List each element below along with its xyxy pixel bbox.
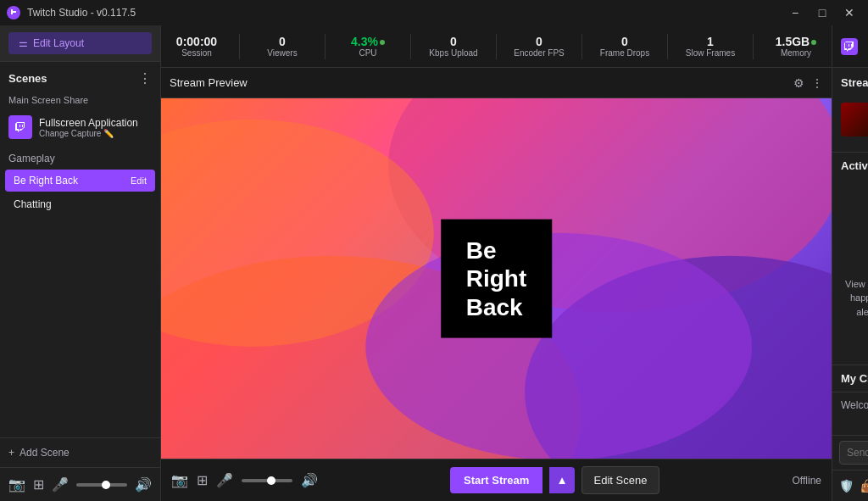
activity-section: Activity Feed Skip Alert ⋮ 📣 Activity & … (832, 153, 868, 365)
stat-slowframes: 1 Slow Frames (685, 35, 736, 58)
scene-item-fullscreen[interactable]: Fullscreen Application Change Capture ✏️ (0, 109, 160, 146)
stream-info-section: Stream Info Your Stream Hearthstone Ukra… (832, 68, 868, 153)
bottom-controls: 📷 ⊞ 🎤 🔊 Start Stream ▲ Edit Scene Offlin… (161, 459, 832, 501)
brb-line1: Be (466, 236, 527, 264)
preview-background: Be Right Back (161, 98, 832, 459)
stat-sep-1 (239, 34, 240, 59)
volume-icon[interactable]: 🔊 (135, 476, 152, 493)
bottom-left-controls: 📷 ⊞ 🎤 🔊 (171, 472, 318, 488)
stat-slowframes-value: 1 (707, 35, 714, 48)
volume-slider[interactable] (76, 483, 127, 487)
minimize-button[interactable]: − (783, 3, 807, 22)
gameplay-label-row: Gameplay (0, 146, 160, 168)
activity-feed-title: Activity Feed (841, 159, 868, 172)
window-controls: − □ ✕ (783, 3, 861, 22)
sidebar-header: ⚌ Edit Layout (0, 25, 160, 62)
bag-icon[interactable]: 👜 (860, 479, 868, 493)
gameplay-label: Gameplay (8, 153, 55, 164)
edit-scene-button[interactable]: Edit Scene (581, 466, 660, 494)
stat-cpu: 4.3% CPU (342, 35, 393, 58)
scenes-section: Scenes ⋮ Main Screen Share Fullscreen Ap… (0, 62, 160, 437)
stat-memory-value: 1.5GB (776, 35, 816, 48)
memory-dot (811, 40, 816, 45)
chat-header: My Chat ⋮ (832, 365, 868, 392)
offline-status: Offline (793, 475, 821, 487)
stream-thumbnail (841, 103, 868, 136)
start-stream-button[interactable]: Start Stream (450, 467, 542, 493)
stat-sep-2 (325, 34, 326, 59)
svg-rect-9 (849, 44, 849, 47)
cpu-dot (380, 40, 385, 45)
stat-session-value: 0:00:00 (176, 35, 217, 48)
stream-info-title: Stream Info (841, 76, 868, 89)
chat-message-input[interactable] (839, 441, 868, 465)
chat-action-icons: 🛡️ 👜 ⚙️ (839, 479, 868, 493)
be-right-back-scene[interactable]: Be Right Back Edit (5, 170, 155, 192)
stat-kbps-label: Kbps Upload (429, 48, 477, 58)
chat-section: My Chat ⋮ Welcome to the chat room! ◯ 🛡️… (832, 365, 868, 501)
app-title: Twitch Studio - v0.117.5 (27, 7, 136, 19)
stat-viewers: 0 Viewers (257, 35, 308, 58)
titlebar: Twitch Studio - v0.117.5 − □ ✕ (0, 0, 868, 25)
bottom-mic-icon[interactable]: 🎤 (216, 472, 233, 488)
bottom-grid-icon[interactable]: ⊞ (197, 472, 208, 488)
mic-icon[interactable]: 🎤 (52, 476, 69, 493)
bottom-camera-icon[interactable]: 📷 (171, 472, 188, 488)
layout-grid-icon[interactable]: ⊞ (33, 476, 44, 493)
stat-slowframes-label: Slow Frames (686, 48, 735, 58)
be-right-back-label: Be Right Back (14, 175, 78, 186)
preview-canvas: Be Right Back (161, 98, 832, 459)
stream-header: Stream Preview ⚙ ⋮ (161, 68, 832, 98)
maximize-button[interactable]: □ (810, 3, 834, 22)
chat-bottom: 🛡️ 👜 ⚙️ Chat (832, 470, 868, 501)
right-panel: ? Help 🔔 ⊞ Dashboard Stream Info Y (832, 25, 868, 501)
stat-session-label: Session (181, 48, 212, 58)
chat-input-area: ◯ (832, 435, 868, 470)
bottom-center-controls: Start Stream ▲ Edit Scene (450, 466, 659, 494)
add-scene-icon: + (8, 447, 14, 459)
camera-icon[interactable]: 📷 (8, 476, 25, 493)
stat-framedrops: 0 Frame Drops (599, 35, 650, 58)
brb-box: Be Right Back (441, 219, 553, 338)
edit-layout-label: Edit Layout (33, 37, 84, 49)
stream-settings-icon[interactable]: ⚙ (793, 76, 804, 90)
svg-point-7 (365, 233, 752, 459)
edit-capture-icon: ✏️ (103, 129, 114, 138)
svg-rect-1 (22, 125, 23, 127)
scenes-menu-icon[interactable]: ⋮ (138, 70, 152, 86)
add-scene-button[interactable]: + Add Scene (0, 437, 160, 467)
main-layout: ⚌ Edit Layout Scenes ⋮ Main Screen Share… (0, 25, 868, 501)
chatting-scene[interactable]: Chatting (5, 193, 155, 215)
stat-sep-3 (410, 34, 411, 59)
bottom-volume-slider[interactable] (242, 479, 292, 482)
chat-messages: Welcome to the chat room! (832, 392, 868, 435)
stat-viewers-value: 0 (279, 35, 286, 48)
activity-header: Activity Feed Skip Alert ⋮ (832, 153, 868, 179)
stat-encoder: 0 Encoder FPS (514, 35, 565, 58)
sidebar-bottom: 📷 ⊞ 🎤 🔊 (0, 467, 160, 501)
stat-framedrops-label: Frame Drops (600, 48, 649, 58)
stat-sep-5 (581, 34, 582, 59)
stat-framedrops-value: 0 (621, 35, 628, 48)
stat-cpu-label: CPU (359, 48, 376, 58)
stream-area: Stream Preview ⚙ ⋮ (161, 68, 832, 459)
be-right-back-edit-button[interactable]: Edit (131, 175, 147, 186)
stat-sep-7 (753, 34, 754, 59)
start-stream-arrow-button[interactable]: ▲ (549, 467, 574, 493)
shield-icon[interactable]: 🛡️ (839, 479, 854, 493)
sidebar: ⚌ Edit Layout Scenes ⋮ Main Screen Share… (0, 25, 161, 501)
chatting-label: Chatting (14, 198, 52, 210)
stream-more-icon[interactable]: ⋮ (811, 76, 823, 90)
scenes-header: Scenes ⋮ (0, 62, 160, 92)
bottom-volume-icon[interactable]: 🔊 (301, 472, 318, 488)
edit-layout-button[interactable]: ⚌ Edit Layout (8, 32, 152, 54)
chat-title: My Chat (841, 372, 868, 385)
stream-header-right: ⚙ ⋮ (793, 76, 823, 90)
stat-cpu-value: 4.3% (351, 35, 385, 48)
stat-encoder-value: 0 (536, 35, 542, 48)
activity-content: 📣 Activity & Alerts View activity, filte… (832, 179, 868, 365)
close-button[interactable]: ✕ (837, 3, 861, 22)
center-content: 0:00:00 Session 0 Viewers 4.3% CPU 0 Kbp… (161, 25, 832, 501)
scene-item-name: Fullscreen Application (39, 117, 152, 129)
layout-icon: ⚌ (19, 37, 28, 49)
